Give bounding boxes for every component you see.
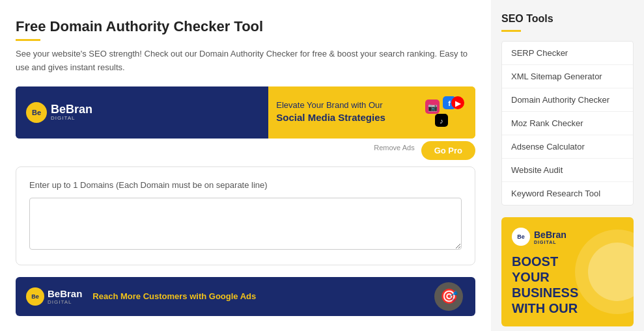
svg-text:📷: 📷 <box>427 102 437 112</box>
seo-tools-list: SERP Checker XML Sitemap Generator Domai… <box>501 41 634 205</box>
sidebar-ad[interactable]: Be BeBran DIGITAL BOOST YOUR BUSINESS WI… <box>501 217 634 326</box>
page-title: Free Domain Authority Checker Tool <box>16 18 475 35</box>
sidebar: SEO Tools SERP Checker XML Sitemap Gener… <box>491 0 644 331</box>
list-item: Moz Rank Checker <box>502 112 633 135</box>
ad2-brand: BeBran DIGITAL <box>48 288 82 305</box>
ad-banner-1[interactable]: Be BeBran DIGITAL Elevate Your Brand wit… <box>16 86 475 139</box>
ad-social-graphic: 📷 f ♪ ▶ <box>422 93 468 132</box>
remove-ads-link[interactable]: Remove Ads <box>374 144 414 152</box>
list-item: Keyword Research Tool <box>502 182 633 205</box>
ad-logo-icon: Be <box>26 102 47 123</box>
ad2-tagline-start: Reach More Customers with <box>92 291 208 301</box>
ad-right-section: Elevate Your Brand with Our Social Media… <box>268 86 475 139</box>
ad2-tagline-highlight: Google Ads <box>209 291 256 301</box>
sidebar-item-xml-sitemap[interactable]: XML Sitemap Generator <box>502 65 633 88</box>
ad2-google-graphic: 🎯 <box>432 280 465 313</box>
sidebar-ad-brand-sub: DIGITAL <box>534 240 567 245</box>
ad2-brand-name: BeBran <box>48 288 82 299</box>
seo-tools-underline <box>501 30 521 32</box>
sidebar-item-moz-rank[interactable]: Moz Rank Checker <box>502 112 633 135</box>
ad-logo-brand: BeBran DIGITAL <box>51 103 92 121</box>
sidebar-item-serp-checker[interactable]: SERP Checker <box>502 42 633 64</box>
list-item: Adsense Calculator <box>502 135 633 159</box>
domain-input-section: Enter up to 1 Domains (Each Domain must … <box>16 166 475 265</box>
ad-brand-name: BeBran <box>51 103 92 115</box>
go-pro-button[interactable]: Go Pro <box>421 141 475 160</box>
sidebar-item-website-audit[interactable]: Website Audit <box>502 159 633 181</box>
ad-banner-2[interactable]: Be BeBran DIGITAL Reach More Customers w… <box>16 277 475 316</box>
domain-input-label: Enter up to 1 Domains (Each Domain must … <box>29 180 462 190</box>
list-item: XML Sitemap Generator <box>502 65 633 88</box>
ad2-logo-icon: Be <box>26 287 44 306</box>
list-item: SERP Checker <box>502 42 633 65</box>
seo-tools-title: SEO Tools <box>501 13 634 25</box>
ad2-tagline: Reach More Customers with Google Ads <box>92 291 256 301</box>
page-description: See your website's SEO strength! Check o… <box>16 47 475 75</box>
sidebar-ad-logo-icon: Be <box>512 228 530 246</box>
ad-copy: Elevate Your Brand with Our Social Media… <box>276 100 422 124</box>
ad-left-section: Be BeBran DIGITAL <box>16 86 268 139</box>
sidebar-ad-brand: BeBran DIGITAL <box>534 230 567 245</box>
ad-brand-sub: DIGITAL <box>51 115 92 121</box>
ad-banner-inner: Be BeBran DIGITAL Elevate Your Brand wit… <box>16 86 475 139</box>
svg-text:🎯: 🎯 <box>440 287 458 305</box>
sidebar-inner: SEO Tools SERP Checker XML Sitemap Gener… <box>491 13 644 326</box>
ad2-graphic: 🎯 <box>432 280 465 313</box>
ad-subheadline: Social Media Strategies <box>276 111 422 124</box>
svg-text:♪: ♪ <box>440 117 443 125</box>
svg-text:f: f <box>448 99 451 107</box>
main-content: Free Domain Authority Checker Tool See y… <box>0 0 491 331</box>
ad2-logo: Be BeBran DIGITAL <box>26 287 82 306</box>
ad-graphic: 📷 f ♪ ▶ <box>422 93 468 132</box>
ad-logo: Be BeBran DIGITAL <box>26 102 92 123</box>
sidebar-item-domain-authority[interactable]: Domain Authority Checker <box>502 88 633 111</box>
list-item: Domain Authority Checker <box>502 88 633 112</box>
sidebar-ad-brand-name: BeBran <box>534 230 567 240</box>
domain-textarea[interactable] <box>29 198 462 250</box>
ad2-brand-sub: DIGITAL <box>48 299 82 305</box>
ad-headline: Elevate Your Brand with Our <box>276 100 422 111</box>
title-underline <box>16 39 40 41</box>
list-item: Website Audit <box>502 159 633 182</box>
sidebar-item-keyword-research[interactable]: Keyword Research Tool <box>502 182 633 205</box>
sidebar-item-adsense-calculator[interactable]: Adsense Calculator <box>502 135 633 158</box>
